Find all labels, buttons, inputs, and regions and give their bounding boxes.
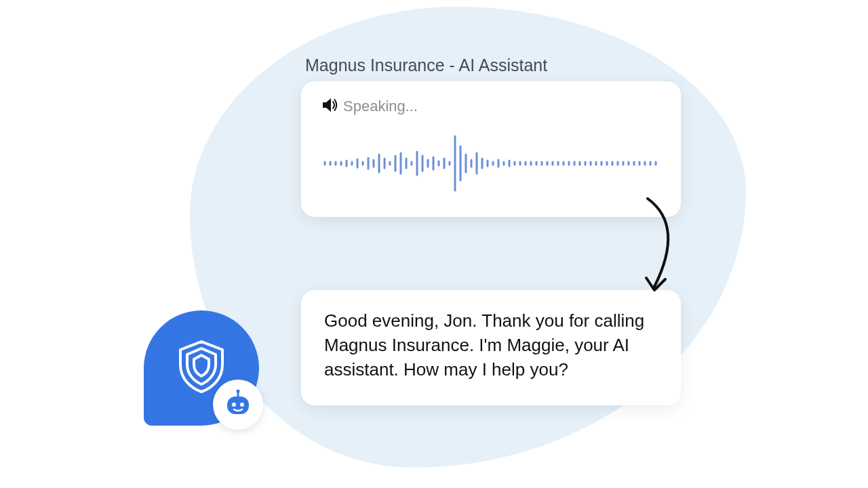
svg-point-66 [240,403,244,407]
svg-point-65 [232,403,236,407]
speaker-icon [321,98,338,115]
speaking-label: Speaking... [343,98,418,115]
audio-waveform [321,133,660,194]
transcript-text: Good evening, Jon. Thank you for calling… [324,309,658,382]
assistant-avatar [144,310,279,439]
svg-point-63 [237,390,240,393]
avatar-bubble [144,310,259,426]
speaking-status: Speaking... [321,98,660,115]
bot-badge [213,380,263,430]
assistant-title: Magnus Insurance - AI Assistant [305,56,547,75]
bot-icon [223,390,253,420]
transcript-card: Good evening, Jon. Thank you for calling… [301,290,681,405]
arrow-icon [607,195,688,304]
